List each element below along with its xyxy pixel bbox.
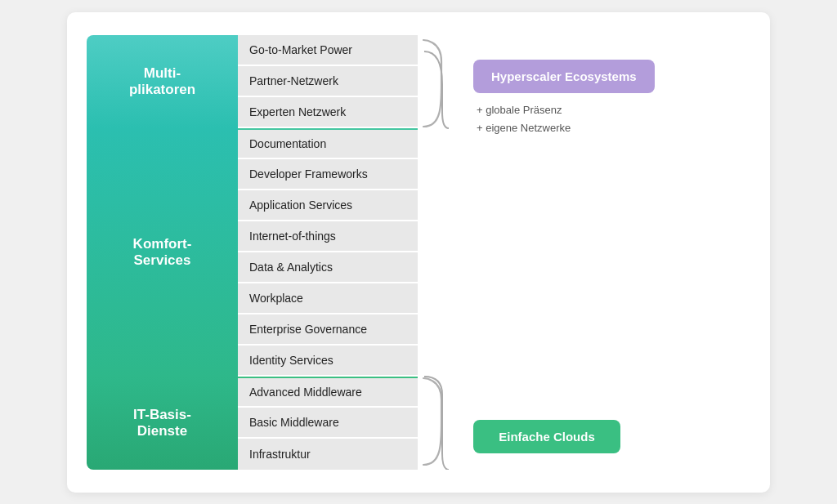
hyperscaler-badge: Hyperscaler Ecosystems xyxy=(473,60,655,93)
row-documentation: Documentation xyxy=(238,128,418,159)
row-data-analytics: Data & Analytics xyxy=(238,252,418,283)
row-developer-frameworks: Developer Frameworks xyxy=(238,159,418,190)
right-column: Hyperscaler Ecosystems + globale Präsenz… xyxy=(459,35,750,470)
category-komfort: Komfort- Services xyxy=(87,128,238,377)
row-go-to-market: Go-to-Market Power xyxy=(238,35,418,66)
middle-column: Go-to-Market Power Partner-Netzwerk Expe… xyxy=(238,35,418,470)
row-basic-middleware: Basic Middleware xyxy=(238,408,418,439)
hyperscaler-sub: + globale Präsenz + eigene Netzwerke xyxy=(473,101,571,137)
einfache-clouds-badge: Einfache Clouds xyxy=(473,420,620,453)
row-internet-of-things: Internet-of-things xyxy=(238,221,418,252)
category-multiplikatoren: Multi- plikatoren xyxy=(87,35,238,128)
row-application-services: Application Services xyxy=(238,190,418,221)
row-experten-netzwerk: Experten Netzwerk xyxy=(238,97,418,128)
brace-column xyxy=(418,35,459,470)
row-enterprise-governance: Enterprise Governance xyxy=(238,314,418,346)
row-infrastruktur: Infrastruktur xyxy=(238,439,418,470)
right-top: Hyperscaler Ecosystems + globale Präsenz… xyxy=(473,43,750,420)
main-card: Multi- plikatoren Komfort- Services IT-B… xyxy=(67,12,770,493)
row-advanced-middleware: Advanced Middleware xyxy=(238,377,418,408)
left-column: Multi- plikatoren Komfort- Services IT-B… xyxy=(87,35,238,470)
category-basis: IT-Basis- Dienste xyxy=(87,377,238,470)
row-identity-services: Identity Services xyxy=(238,346,418,377)
row-workplace: Workplace xyxy=(238,283,418,314)
row-partner-netzwerk: Partner-Netzwerk xyxy=(238,66,418,97)
right-bottom: Einfache Clouds xyxy=(473,420,750,462)
brace-svg xyxy=(418,35,457,470)
